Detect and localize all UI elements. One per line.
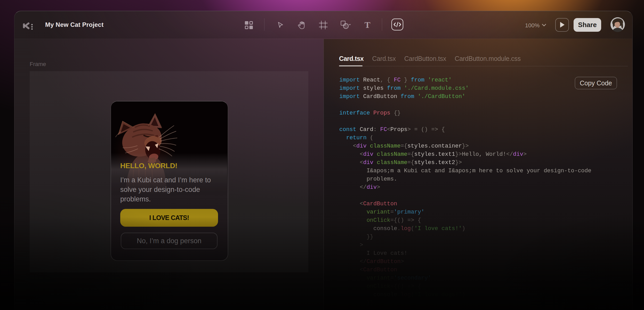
svg-text:T: T xyxy=(365,21,371,29)
